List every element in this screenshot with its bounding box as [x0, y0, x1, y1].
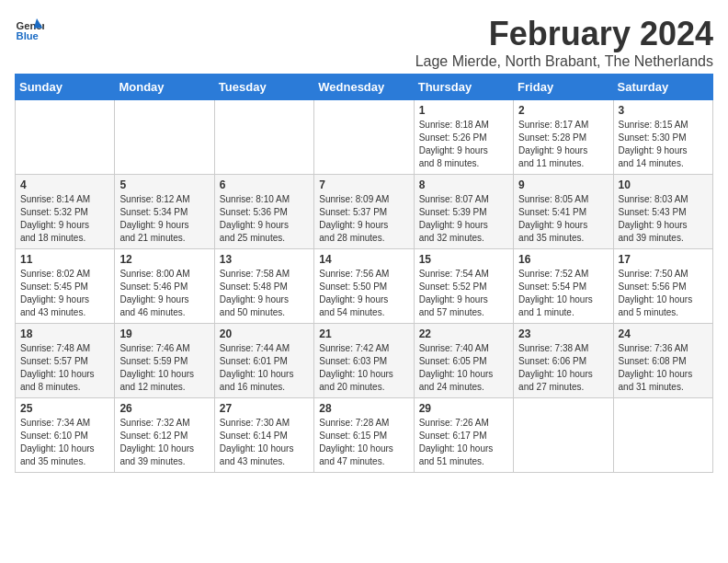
day-number: 25 [20, 402, 109, 415]
day-number: 10 [619, 178, 708, 191]
day-number: 17 [619, 253, 708, 266]
day-number: 6 [220, 178, 309, 191]
logo-icon: General Blue [15, 15, 44, 44]
day-info: Sunrise: 7:36 AM Sunset: 6:08 PM Dayligh… [619, 342, 708, 394]
logo: General Blue [15, 15, 44, 44]
day-number: 4 [20, 178, 109, 191]
day-info: Sunrise: 8:10 AM Sunset: 5:36 PM Dayligh… [220, 193, 309, 245]
calendar-cell: 1Sunrise: 8:18 AM Sunset: 5:26 PM Daylig… [414, 100, 513, 175]
calendar-week-row: 4Sunrise: 8:14 AM Sunset: 5:32 PM Daylig… [16, 175, 713, 249]
calendar-week-row: 18Sunrise: 7:48 AM Sunset: 5:57 PM Dayli… [16, 324, 713, 398]
calendar-cell [613, 398, 712, 473]
day-number: 15 [419, 253, 508, 266]
calendar-cell: 4Sunrise: 8:14 AM Sunset: 5:32 PM Daylig… [16, 175, 115, 249]
calendar-cell: 15Sunrise: 7:54 AM Sunset: 5:52 PM Dayli… [414, 249, 513, 324]
calendar-cell: 9Sunrise: 8:05 AM Sunset: 5:41 PM Daylig… [514, 175, 613, 249]
calendar-cell [16, 100, 115, 175]
day-number: 27 [220, 402, 309, 415]
calendar-cell: 17Sunrise: 7:50 AM Sunset: 5:56 PM Dayli… [613, 249, 712, 324]
day-info: Sunrise: 7:54 AM Sunset: 5:52 PM Dayligh… [419, 268, 508, 319]
month-year-title: February 2024 [415, 15, 713, 53]
calendar-cell: 28Sunrise: 7:28 AM Sunset: 6:15 PM Dayli… [314, 398, 414, 473]
weekday-header: Sunday [16, 75, 115, 100]
calendar-cell: 26Sunrise: 7:32 AM Sunset: 6:12 PM Dayli… [115, 398, 214, 473]
day-info: Sunrise: 7:42 AM Sunset: 6:03 PM Dayligh… [319, 342, 408, 394]
calendar-cell [214, 100, 313, 175]
day-number: 22 [419, 327, 508, 340]
calendar-cell: 23Sunrise: 7:38 AM Sunset: 6:06 PM Dayli… [514, 324, 613, 398]
day-info: Sunrise: 8:18 AM Sunset: 5:26 PM Dayligh… [419, 119, 508, 170]
day-info: Sunrise: 7:52 AM Sunset: 5:54 PM Dayligh… [518, 268, 608, 319]
calendar-cell: 13Sunrise: 7:58 AM Sunset: 5:48 PM Dayli… [214, 249, 313, 324]
day-info: Sunrise: 8:02 AM Sunset: 5:45 PM Dayligh… [20, 268, 109, 319]
page-header: General Blue February 2024 Lage Mierde, … [15, 15, 713, 70]
weekday-header: Tuesday [214, 75, 313, 100]
calendar-cell: 19Sunrise: 7:46 AM Sunset: 5:59 PM Dayli… [115, 324, 214, 398]
day-info: Sunrise: 8:00 AM Sunset: 5:46 PM Dayligh… [119, 268, 209, 319]
title-area: February 2024 Lage Mierde, North Brabant… [415, 15, 713, 70]
day-number: 5 [119, 178, 209, 191]
day-info: Sunrise: 7:40 AM Sunset: 6:05 PM Dayligh… [419, 342, 508, 394]
weekday-header: Friday [514, 75, 613, 100]
day-info: Sunrise: 7:28 AM Sunset: 6:15 PM Dayligh… [319, 417, 408, 468]
day-info: Sunrise: 7:26 AM Sunset: 6:17 PM Dayligh… [419, 417, 508, 468]
calendar-week-row: 11Sunrise: 8:02 AM Sunset: 5:45 PM Dayli… [16, 249, 713, 324]
calendar-cell [115, 100, 214, 175]
calendar-cell: 11Sunrise: 8:02 AM Sunset: 5:45 PM Dayli… [16, 249, 115, 324]
calendar-cell: 3Sunrise: 8:15 AM Sunset: 5:30 PM Daylig… [613, 100, 712, 175]
day-number: 21 [319, 327, 408, 340]
calendar-cell [514, 398, 613, 473]
day-info: Sunrise: 8:09 AM Sunset: 5:37 PM Dayligh… [319, 193, 408, 245]
day-number: 9 [518, 178, 608, 191]
day-info: Sunrise: 7:58 AM Sunset: 5:48 PM Dayligh… [220, 268, 309, 319]
calendar-cell: 21Sunrise: 7:42 AM Sunset: 6:03 PM Dayli… [314, 324, 414, 398]
calendar-cell: 8Sunrise: 8:07 AM Sunset: 5:39 PM Daylig… [414, 175, 513, 249]
calendar-cell: 7Sunrise: 8:09 AM Sunset: 5:37 PM Daylig… [314, 175, 414, 249]
calendar-cell: 27Sunrise: 7:30 AM Sunset: 6:14 PM Dayli… [214, 398, 313, 473]
weekday-header: Thursday [414, 75, 513, 100]
day-number: 18 [20, 327, 109, 340]
calendar-cell [314, 100, 414, 175]
day-info: Sunrise: 7:56 AM Sunset: 5:50 PM Dayligh… [319, 268, 408, 319]
calendar-cell: 25Sunrise: 7:34 AM Sunset: 6:10 PM Dayli… [16, 398, 115, 473]
day-number: 20 [220, 327, 309, 340]
day-number: 12 [119, 253, 209, 266]
day-info: Sunrise: 7:50 AM Sunset: 5:56 PM Dayligh… [619, 268, 708, 319]
day-info: Sunrise: 8:12 AM Sunset: 5:34 PM Dayligh… [119, 193, 209, 245]
day-info: Sunrise: 7:44 AM Sunset: 6:01 PM Dayligh… [220, 342, 309, 394]
day-info: Sunrise: 7:48 AM Sunset: 5:57 PM Dayligh… [20, 342, 109, 394]
day-info: Sunrise: 7:32 AM Sunset: 6:12 PM Dayligh… [119, 417, 209, 468]
day-number: 24 [619, 327, 708, 340]
day-number: 11 [20, 253, 109, 266]
calendar-cell: 12Sunrise: 8:00 AM Sunset: 5:46 PM Dayli… [115, 249, 214, 324]
calendar-cell: 14Sunrise: 7:56 AM Sunset: 5:50 PM Dayli… [314, 249, 414, 324]
calendar-cell: 5Sunrise: 8:12 AM Sunset: 5:34 PM Daylig… [115, 175, 214, 249]
weekday-header: Monday [115, 75, 214, 100]
calendar-cell: 10Sunrise: 8:03 AM Sunset: 5:43 PM Dayli… [613, 175, 712, 249]
day-number: 19 [119, 327, 209, 340]
day-number: 3 [619, 104, 708, 117]
day-number: 7 [319, 178, 408, 191]
svg-text:Blue: Blue [17, 30, 39, 41]
weekday-header: Saturday [613, 75, 712, 100]
day-number: 14 [319, 253, 408, 266]
calendar-cell: 16Sunrise: 7:52 AM Sunset: 5:54 PM Dayli… [514, 249, 613, 324]
day-info: Sunrise: 8:15 AM Sunset: 5:30 PM Dayligh… [619, 119, 708, 170]
day-number: 8 [419, 178, 508, 191]
day-info: Sunrise: 8:07 AM Sunset: 5:39 PM Dayligh… [419, 193, 508, 245]
day-number: 29 [419, 402, 508, 415]
day-info: Sunrise: 7:30 AM Sunset: 6:14 PM Dayligh… [220, 417, 309, 468]
calendar-cell: 20Sunrise: 7:44 AM Sunset: 6:01 PM Dayli… [214, 324, 313, 398]
day-number: 1 [419, 104, 508, 117]
calendar-week-row: 25Sunrise: 7:34 AM Sunset: 6:10 PM Dayli… [16, 398, 713, 473]
calendar-table: SundayMondayTuesdayWednesdayThursdayFrid… [15, 74, 713, 473]
calendar-cell: 29Sunrise: 7:26 AM Sunset: 6:17 PM Dayli… [414, 398, 513, 473]
day-info: Sunrise: 8:05 AM Sunset: 5:41 PM Dayligh… [518, 193, 608, 245]
calendar-week-row: 1Sunrise: 8:18 AM Sunset: 5:26 PM Daylig… [16, 100, 713, 175]
weekday-header-row: SundayMondayTuesdayWednesdayThursdayFrid… [16, 75, 713, 100]
day-info: Sunrise: 8:17 AM Sunset: 5:28 PM Dayligh… [518, 119, 608, 170]
day-number: 26 [119, 402, 209, 415]
calendar-cell: 22Sunrise: 7:40 AM Sunset: 6:05 PM Dayli… [414, 324, 513, 398]
day-info: Sunrise: 7:34 AM Sunset: 6:10 PM Dayligh… [20, 417, 109, 468]
location-subtitle: Lage Mierde, North Brabant, The Netherla… [415, 53, 713, 70]
